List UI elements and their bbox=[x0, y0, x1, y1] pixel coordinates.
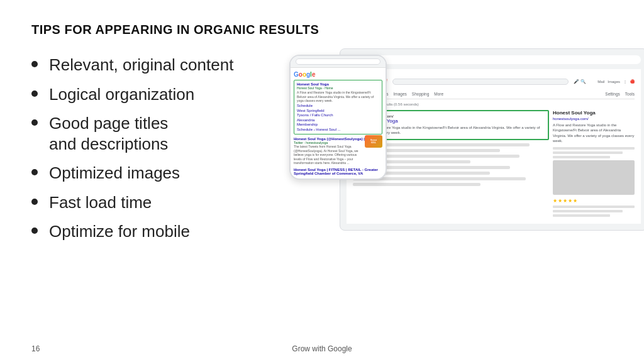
mobile-link: Schedule bbox=[297, 104, 379, 107]
mobile-google-logo: Google bbox=[294, 71, 382, 78]
bullet-text: Optimize for mobile bbox=[49, 221, 190, 242]
bullet-text: Optimized images bbox=[49, 163, 180, 184]
bullet-list: Relevant, original content Logical organ… bbox=[31, 55, 270, 251]
right-panel-gray-line bbox=[553, 214, 610, 217]
footer-center: Grow with Google bbox=[292, 344, 352, 353]
mobile-organic-result: Honest Soul Yoga Honest Soul Yoga - Home… bbox=[294, 80, 382, 134]
right-panel-snippet: A Flow and Restore Yoga studio in the Ki… bbox=[553, 123, 635, 144]
mobile-link: Alexandria bbox=[297, 118, 379, 122]
bullet-text: Logical organization bbox=[49, 84, 194, 105]
right-panel-gray-line bbox=[553, 151, 623, 154]
footer-text: Grow with Google bbox=[292, 344, 352, 353]
serp-tab-shopping: Shopping bbox=[412, 92, 429, 99]
bullet-dot bbox=[31, 199, 38, 205]
slide: TIPS FOR APPEARING IN ORGANIC RESULTS Re… bbox=[0, 0, 644, 362]
right-panel-url: honestsoulyoga.com/ bbox=[553, 117, 635, 121]
bullet-text: Good page titlesand descriptions bbox=[49, 113, 168, 154]
list-item: Good page titlesand descriptions bbox=[31, 113, 270, 154]
right-panel-gray-line bbox=[553, 156, 610, 158]
mobile-content: Google Honest Soul Yoga Honest Soul Yoga… bbox=[291, 68, 386, 178]
mobile-twitter-text: The latest Tweets from Honest Soul Yoga … bbox=[294, 145, 362, 165]
right-panel-title: Honest Soul Yoga bbox=[553, 110, 635, 116]
list-item: Fast load time bbox=[31, 192, 270, 213]
mobile-last-result: Honest Soul Yoga | FITNESS | RETAIL - Gr… bbox=[294, 168, 382, 175]
serp-tabs: All Maps News Images Shopping More Setti… bbox=[353, 92, 635, 99]
slide-title: TIPS FOR APPEARING IN ORGANIC RESULTS bbox=[31, 23, 613, 37]
mobile-result-url: Honest Soul Yoga - Home bbox=[297, 86, 379, 90]
serp-tab-tools: Tools bbox=[625, 92, 635, 99]
list-item: Optimized images bbox=[31, 163, 270, 184]
mobile-top-bar bbox=[291, 56, 386, 68]
mobile-twitter-section: Honest Soul Yoga (@HonestSoulyoga) | Twi… bbox=[294, 137, 382, 165]
right-panel-gray-line bbox=[553, 147, 635, 150]
mobile-link: West Springfield bbox=[297, 109, 379, 112]
right-panel-gray-line bbox=[553, 210, 623, 212]
serp-gray-line bbox=[353, 183, 480, 186]
bullet-text: Relevant, original content bbox=[49, 55, 233, 75]
page-number: 16 bbox=[31, 344, 40, 353]
mobile-result-snippet: A Flow and Restore Yoga studio in the Ki… bbox=[297, 90, 379, 103]
bullet-dot bbox=[31, 169, 38, 175]
right-panel-gray-line bbox=[553, 206, 635, 208]
browser-bar bbox=[347, 55, 641, 64]
mobile-last-title: Honest Soul Yoga | FITNESS | RETAIL - Gr… bbox=[294, 168, 382, 175]
star-rating: ★★★★★ bbox=[553, 198, 635, 204]
yoga-logo: HonestSOUL bbox=[365, 135, 382, 148]
browser-url-bar bbox=[375, 55, 641, 64]
mobile-link: Schedule › Honest Soul ... bbox=[297, 128, 379, 131]
serp-tab-settings: Settings bbox=[605, 92, 620, 99]
serp-tab-more: More bbox=[434, 92, 443, 99]
bullet-text: Fast load time bbox=[49, 192, 152, 213]
bullet-dot bbox=[31, 61, 38, 67]
serp-content: Google 🎤 🔍 Mail Images ⋮ 🔴 All Maps News… bbox=[347, 69, 641, 224]
content-area: Relevant, original content Logical organ… bbox=[31, 55, 613, 251]
mobile-link: Tysons / Falls Church bbox=[297, 113, 379, 117]
list-item: Optimize for mobile bbox=[31, 221, 270, 242]
mobile-mockup: Google Honest Soul Yoga Honest Soul Yoga… bbox=[289, 55, 387, 180]
list-item: Logical organization bbox=[31, 84, 270, 105]
mobile-link: Membership bbox=[297, 123, 379, 126]
bullet-dot bbox=[31, 228, 38, 234]
bullet-dot bbox=[31, 90, 38, 97]
serp-tab-images: Images bbox=[393, 92, 406, 99]
bullet-dot bbox=[31, 119, 38, 126]
serp-result-count: About 1,510,000 results (0.56 seconds) bbox=[353, 102, 635, 106]
mobile-url-bar bbox=[296, 58, 380, 65]
list-item: Relevant, original content bbox=[31, 55, 270, 75]
